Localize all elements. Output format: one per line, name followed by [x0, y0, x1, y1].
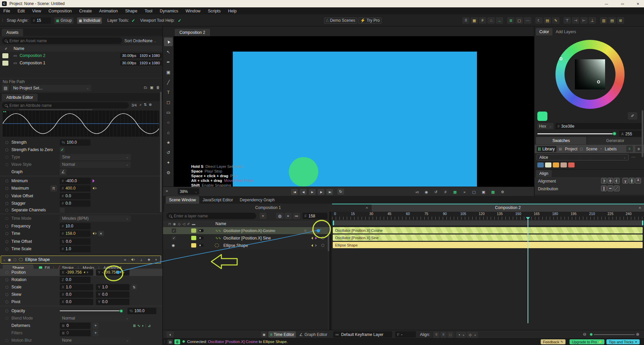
opacity-slider[interactable] — [60, 310, 122, 311]
time-mode-select[interactable]: Minutes (BPM)⌄ — [60, 215, 131, 222]
align-keys-box-icon[interactable]: ⬚ — [447, 332, 453, 338]
alpha-slider-handle[interactable] — [612, 132, 616, 136]
keyframe-left-icon[interactable] — [311, 237, 313, 239]
rectangle-tool[interactable]: ▭ — [164, 108, 173, 117]
visibility-eye-icon[interactable]: ◉ — [8, 258, 11, 262]
keyframe-dot[interactable] — [5, 187, 8, 190]
render-preview-icon[interactable]: ▦ — [451, 189, 459, 196]
keyframe-dot[interactable] — [321, 244, 324, 247]
tab-swatches[interactable]: Swatches — [536, 137, 586, 144]
keyframe-dot[interactable] — [5, 271, 8, 274]
close-tab-icon[interactable]: ✕ — [366, 206, 368, 210]
deformer-graph-icon[interactable]: ⊿ — [148, 324, 151, 328]
keyframe-tools-icon[interactable]: ⊹▸ — [467, 332, 478, 338]
time-editor-button[interactable]: ≡Time Editor — [268, 331, 296, 338]
time-input[interactable]: #158.0 — [60, 230, 91, 237]
alpha-slider[interactable] — [537, 133, 615, 134]
move-anchor-icon[interactable]: ⌖ — [284, 213, 292, 219]
blend-mode-select[interactable]: Normal⌄ — [60, 315, 131, 322]
deformers-input[interactable]: ≣0 — [60, 323, 91, 329]
hue-marker[interactable] — [559, 57, 562, 60]
new-folder-icon[interactable]: 🗀 — [144, 85, 147, 90]
link-scale-icon[interactable]: ⇅ — [131, 284, 137, 290]
palette-swatch[interactable] — [560, 162, 567, 167]
layer-row-cosine[interactable]: ✓ ∿∿ Oscillator [Position.X] Cosine ⊘ — [163, 227, 331, 234]
saturation-value-box[interactable] — [575, 59, 605, 89]
tab-dependency-graph[interactable]: Dependency Graph — [236, 196, 278, 204]
palette-swatch[interactable] — [568, 162, 575, 167]
menu-edit[interactable]: Edit — [17, 9, 25, 13]
keyframe-dot[interactable] — [5, 202, 8, 205]
tab-align[interactable]: Align — [536, 170, 552, 177]
layer-search[interactable] — [166, 213, 256, 219]
attribute-search[interactable] — [2, 102, 129, 109]
console-icon[interactable]: ▤ — [167, 339, 173, 344]
eyedropper-button[interactable]: ✐ — [628, 112, 637, 120]
pen-icon[interactable]: ✎ — [552, 17, 559, 24]
connection-out-icon[interactable] — [315, 237, 317, 239]
opacity-input[interactable]: %100.0 — [127, 308, 156, 314]
monitor-icon[interactable]: ▣ — [150, 85, 153, 90]
keyframe-dot[interactable] — [5, 278, 8, 281]
rotation-z-input[interactable]: Z0.0 — [60, 277, 91, 283]
trash-icon[interactable]: 🗑 — [156, 85, 160, 90]
deformer-list-icon[interactable]: ≣ — [133, 324, 136, 328]
timeline-ruler[interactable]: 015 3045 6075 90105 120135 150165 180195… — [332, 212, 644, 220]
tab-attribute-editor[interactable]: Attribute Editor — [2, 94, 38, 101]
solo-icon[interactable]: ◍ — [276, 213, 283, 219]
remove-expression-icon[interactable]: ✕ — [98, 231, 104, 236]
sparkle-tool[interactable]: ✦ — [164, 158, 173, 167]
wave-style-select[interactable]: Normal⌄ — [60, 161, 131, 168]
demo-scenes-button[interactable]: ∴Demo Scenes — [324, 17, 357, 24]
composition-background[interactable] — [233, 52, 477, 189]
tab-color[interactable]: Color — [536, 28, 552, 36]
keyframe-dot[interactable] — [5, 317, 8, 320]
bounds-icon[interactable]: ▢ — [470, 189, 478, 196]
menu-tool[interactable]: Tool — [145, 9, 152, 13]
select-tool[interactable]: ➤ — [164, 38, 173, 46]
keyframe-dot[interactable] — [5, 309, 8, 313]
palette-swatch[interactable] — [545, 162, 551, 167]
zoom-attr-icon[interactable]: ⌕ — [140, 102, 142, 107]
align-left-button[interactable]: ╞ — [601, 178, 607, 184]
group-button[interactable]: ▦Group — [54, 17, 73, 24]
filter-settings-icon[interactable]: ≔ — [293, 213, 300, 219]
asset-name[interactable]: Composition 1 — [19, 61, 45, 65]
maximum-input[interactable]: #400.0 — [60, 185, 91, 192]
labels-tab[interactable]: ◔Labels — [600, 147, 616, 151]
upgrade-to-pro-button[interactable]: Upgrade to Pro⚡ — [570, 339, 604, 344]
speaker-icon[interactable]: ◁ — [182, 222, 185, 226]
palette-more-button[interactable]: ⋯ — [631, 155, 635, 159]
project-set-select[interactable]: No Project Set...⌄ — [11, 85, 91, 91]
palette-swatch[interactable] — [537, 162, 544, 167]
zoom-out-icon[interactable]: ⊖ — [583, 332, 586, 337]
loop-button[interactable]: ↻ — [337, 189, 344, 195]
project-tab[interactable]: ▤Project — [559, 147, 578, 151]
go-to-start-button[interactable]: |◀ — [291, 189, 298, 195]
scatter-icon[interactable]: ∴ — [487, 17, 495, 24]
connection-out-icon[interactable] — [312, 229, 314, 232]
keyframe-dot[interactable] — [5, 248, 8, 251]
layer-name[interactable]: Ellipse Shape — [223, 243, 248, 248]
keyframe-dot[interactable] — [5, 195, 8, 198]
toggle-icon[interactable]: ▬ — [192, 222, 195, 226]
connection-out-icon[interactable] — [93, 179, 95, 183]
disabled-icon[interactable]: ⊘ — [304, 229, 307, 232]
menu-composition[interactable]: Composition — [49, 9, 72, 13]
eye-icon[interactable]: ◉ — [173, 222, 176, 226]
settings-icon[interactable]: ≂ — [122, 257, 128, 262]
snap-angle-input[interactable]: #15 — [31, 17, 51, 24]
graph-editor-button[interactable]: ∠Graph Editor — [299, 332, 327, 337]
dropper-icon[interactable]: ✐ — [187, 222, 190, 226]
arrow-right-icon[interactable]: → — [496, 17, 503, 24]
library-tab[interactable]: Library — [537, 146, 556, 152]
scale-x-input[interactable]: X1.0 — [60, 284, 93, 290]
keyframe-dot[interactable] — [5, 240, 8, 243]
next-keyframe-icon[interactable] — [95, 187, 97, 190]
align-right-icon[interactable]: ⊣ — [572, 17, 579, 24]
frame-input[interactable]: F158 — [303, 213, 327, 219]
tab-add-layers[interactable]: Add Layers — [552, 28, 580, 36]
transparency-icon[interactable]: ▩ — [489, 189, 497, 196]
frame-f-icon[interactable]: F — [479, 17, 486, 24]
motion-blur-select[interactable]: None⌄ — [60, 337, 131, 344]
